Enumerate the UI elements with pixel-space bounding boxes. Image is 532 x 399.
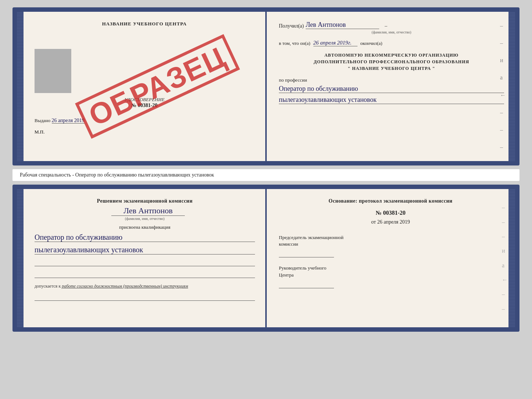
qual-right-page: Основание: протокол экзаменационной коми… [266, 189, 515, 327]
rukovoditel-text: Руководитель учебного Центра [279, 265, 502, 278]
predsedatel-line1: Председатель экзаменационной [279, 235, 344, 240]
photo-placeholder [35, 49, 71, 93]
qual-empty-line2 [35, 270, 255, 278]
predsedatel-line2: комиссии [279, 241, 298, 247]
qual-left-page: Решением экзаменационной комиссии Лев Ан… [17, 189, 266, 327]
vtom-line: в том, что он(а) 26 апреля 2019г. окончи… [279, 40, 504, 46]
qual-left-spine [17, 189, 24, 327]
qual-empty-line3 [35, 293, 255, 301]
cert-right-page: Получил(а) Лев Антпонов – (фамилия, имя,… [266, 12, 515, 161]
prisvoena-label: присвоена квалификация [35, 224, 255, 230]
qual-line1: Оператор по обслуживанию [35, 233, 255, 242]
cert-title: НАЗВАНИЕ УЧЕБНОГО ЦЕНТРА [35, 21, 254, 27]
profession-line2: пылегазоулавливающих установок [279, 96, 504, 104]
vtom-date: 26 апреля 2019г. [313, 40, 357, 46]
mp-line: М.П. [35, 129, 254, 135]
udostoverenie-block: УДОСТОВЕРЕНИЕ № 00381-20 [35, 97, 254, 108]
predsedatel-text: Председатель экзаменационной комиссии [279, 234, 502, 247]
avt-block: АВТОНОМНУЮ НЕКОММЕРЧЕСКУЮ ОРГАНИЗАЦИЮ ДО… [279, 52, 504, 72]
rukovoditel-block: Руководитель учебного Центра [279, 265, 502, 288]
subtitle-text: Рабочая специальность - Оператор по обсл… [20, 172, 214, 178]
poluchil-line: Получил(а) Лев Антпонов – [279, 21, 504, 29]
dopuskaetsya-prefix: допускается к [35, 284, 61, 289]
poluchil-label: Получил(а) [279, 23, 304, 29]
ot-date-value: 26 апреля 2019 [377, 219, 410, 225]
subtitle-line: Рабочая специальность - Оператор по обсл… [12, 169, 520, 181]
name-subtitle: (фамилия, имя, отчество) [279, 30, 504, 34]
protocol-number: № 00381-20 [279, 210, 502, 216]
certificate-book: НАЗВАНИЕ УЧЕБНОГО ЦЕНТРА УДОСТОВЕРЕНИЕ №… [12, 7, 520, 165]
vydano-date: 26 апреля 2019 [52, 118, 85, 124]
left-spine [17, 12, 24, 161]
qual-fio-subtitle: (фамилия, имя, отчество) [35, 217, 255, 221]
vtom-label: в том, что он(а) [279, 40, 310, 46]
fio-center: Лев Антпонов (фамилия, имя, отчество) [35, 204, 255, 221]
right-dashes: – – и а ← – – – [500, 12, 506, 161]
rukovoditel-sign-line [279, 280, 334, 288]
avt-line1: АВТОНОМНУЮ НЕКОММЕРЧЕСКУЮ ОРГАНИЗАЦИЮ [279, 52, 504, 58]
dopuskaetsya-text: допускается к работе согласно должностны… [35, 284, 255, 289]
rukovoditel-line1: Руководитель учебного [279, 265, 326, 271]
okончil-label: окончил(а) [360, 40, 382, 46]
avt-line3: " НАЗВАНИЕ УЧЕБНОГО ЦЕНТРА " [279, 65, 504, 72]
qual-empty-line1 [35, 258, 255, 266]
osnovanie-text: Основание: протокол экзаменационной коми… [279, 198, 502, 204]
mp-label: М.П. [35, 129, 44, 135]
ot-date: от 26 апреля 2019 [279, 219, 502, 225]
qualification-book: Решением экзаменационной комиссии Лев Ан… [12, 185, 520, 332]
rukovoditel-line2: Центра [279, 272, 294, 278]
ot-prefix: от [371, 219, 376, 225]
profession-line1: Оператор по обслуживанию [279, 85, 504, 93]
qual-right-dashes: – – – и а ← – – [502, 189, 508, 327]
udostoverenie-number: № 00381-20 [35, 103, 254, 108]
predsedatel-sign-line [279, 249, 334, 257]
predsedatel-block: Председатель экзаменационной комиссии [279, 234, 502, 257]
vydano-line: Выдано 26 апреля 2019 [35, 118, 254, 124]
document-container: НАЗВАНИЕ УЧЕБНОГО ЦЕНТРА УДОСТОВЕРЕНИЕ №… [12, 7, 520, 332]
po-professii-label: по профессии [279, 77, 504, 83]
avt-line2: ДОПОЛНИТЕЛЬНОГО ПРОФЕССИОНАЛЬНОГО ОБРАЗО… [279, 58, 504, 65]
dopuskaetsya-italic: работе согласно должностным (производств… [62, 284, 188, 289]
resheniyem-text: Решением экзаменационной комиссии [35, 198, 255, 204]
recipient-name: Лев Антпонов [306, 21, 379, 29]
udostoverenie-title: УДОСТОВЕРЕНИЕ [35, 97, 254, 103]
qual-line2: пылегазоулавливающих установок [35, 246, 255, 254]
qual-fio: Лев Антпонов [111, 206, 185, 216]
cert-left-page: НАЗВАНИЕ УЧЕБНОГО ЦЕНТРА УДОСТОВЕРЕНИЕ №… [17, 12, 266, 161]
vydano-label: Выдано [35, 118, 50, 123]
